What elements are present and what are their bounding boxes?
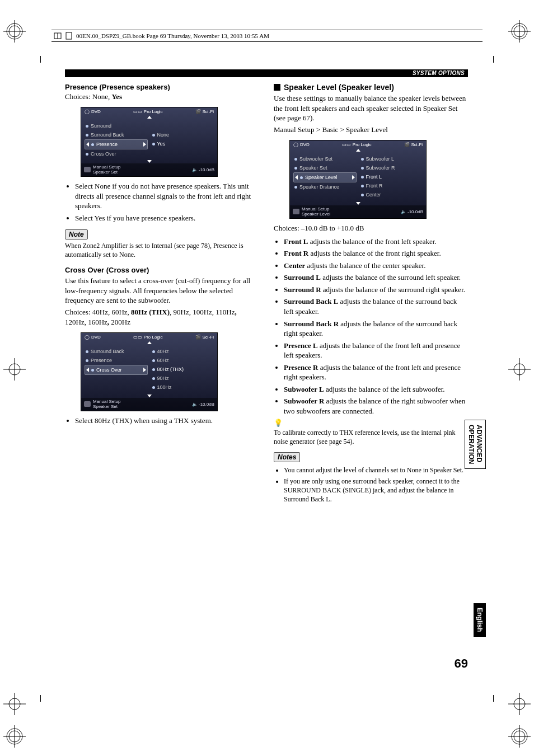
- book-header-text: 00EN.00_DSPZ9_GB.book Page 69 Thursday, …: [76, 32, 269, 39]
- tip-body: To calibrate correctly to THX reference …: [274, 429, 468, 446]
- osd-decode: Pro Logic: [353, 142, 372, 147]
- osd-menu-list: Surround Surround Back Presence Cross Ov…: [85, 121, 148, 158]
- osd-source: DVD: [300, 142, 310, 147]
- osd-volume: -10.0dB: [407, 209, 423, 214]
- text-bold: Presence L: [284, 341, 318, 350]
- speaker-level-choices: Choices: –10.0 dB to +10.0 dB: [274, 223, 468, 233]
- osd-item: Subwoofer Set: [299, 156, 332, 162]
- crop-tick-icon: [493, 56, 494, 63]
- disc-icon: ◯: [85, 335, 90, 340]
- text: adjusts the balance of the surround righ…: [321, 285, 465, 294]
- breadcrumb-icon: [293, 209, 299, 214]
- text: adjusts the balance of the front right s…: [308, 249, 441, 257]
- arrow-up-icon: [147, 341, 152, 344]
- text-bold: Front R: [284, 249, 308, 257]
- arrow-up-icon: [147, 116, 152, 119]
- speaker-level-bullets: Front L adjusts the balance of the front…: [284, 237, 468, 416]
- section-bar-text: SYSTEM OPTIONS: [413, 70, 465, 76]
- osd-item: Speaker Distance: [299, 184, 339, 190]
- osd-header: ◯DVD ▭▭ Pro Logic 🎬Sci-Fi: [81, 333, 217, 341]
- arrow-right-icon: [143, 368, 146, 372]
- registration-mark-icon: [3, 358, 26, 381]
- osd-footer: Manual SetupSpeaker Set 🔈 -10.0dB: [81, 398, 217, 411]
- osd-option: Center: [366, 192, 381, 198]
- registration-mark-icon: [508, 725, 531, 748]
- text-bold: Presence R: [284, 363, 318, 372]
- list-item: Select Yes if you have presence speakers…: [75, 213, 259, 223]
- presence-heading: Presence (Presence speakers): [65, 83, 259, 91]
- registration-mark-icon: [508, 693, 531, 715]
- tab-line: ADVANCED: [475, 425, 483, 462]
- list-item: Front R adjusts the balance of the front…: [284, 248, 468, 259]
- crossover-choices: Choices: 40Hz, 60Hz, 80Hz (THX), 90Hz, 1…: [65, 307, 259, 327]
- list-item: You cannot adjust the level of channels …: [284, 466, 468, 475]
- osd-option: Yes: [157, 141, 166, 147]
- breadcrumb-icon: [84, 401, 91, 407]
- arrow-right-icon: [143, 142, 146, 147]
- list-item: Presence R adjusts the balance of the fr…: [284, 363, 468, 382]
- registration-mark-icon: [3, 693, 26, 715]
- osd-source: DVD: [91, 335, 101, 340]
- osd-option: 60Hz: [157, 358, 169, 363]
- text-bold: Surround Back L: [284, 297, 338, 306]
- text-bold: Subwoofer R: [284, 397, 324, 405]
- presence-choices: Choices: None, Yes: [65, 92, 259, 101]
- dolby-icon: ▭▭: [133, 335, 142, 340]
- list-item: Presence L adjusts the balance of the fr…: [284, 341, 468, 360]
- osd-option: None: [157, 132, 170, 138]
- text: 120Hz, 160Hz: [65, 318, 107, 326]
- page-number: 69: [455, 656, 468, 671]
- osd-breadcrumb: Speaker Level: [302, 212, 330, 217]
- section-bar: SYSTEM OPTIONS: [65, 69, 468, 77]
- osd-item: Surround: [91, 123, 111, 129]
- registration-mark-icon: [3, 725, 26, 748]
- osd-option: 80Hz (THX): [157, 367, 184, 372]
- svg-rect-30: [66, 32, 72, 39]
- list-item: Surround R adjusts the balance of the su…: [284, 285, 468, 295]
- arrow-up-icon: [356, 149, 360, 152]
- left-column: Presence (Presence speakers) Choices: No…: [65, 83, 259, 506]
- crossover-body: Use this feature to select a cross-over …: [65, 276, 259, 306]
- text: Choices: 40Hz, 60Hz,: [65, 308, 131, 316]
- film-icon: 🎬: [404, 142, 410, 147]
- note-label: Note: [65, 229, 88, 240]
- registration-mark-icon: [508, 20, 531, 43]
- text: 200Hz: [111, 318, 130, 326]
- osd-item-selected: Speaker Level: [305, 175, 338, 180]
- dolby-icon: ▭▭: [133, 109, 142, 114]
- film-icon: 🎬: [195, 335, 201, 340]
- list-item: If you are only using one surround back …: [284, 477, 468, 504]
- crossover-heading: Cross Over (Cross over): [65, 266, 259, 274]
- crop-tick-icon: [40, 695, 41, 702]
- osd-breadcrumb: Manual Setup: [93, 399, 120, 404]
- osd-option: Subwoofer L: [366, 156, 395, 162]
- osd-source: DVD: [91, 109, 101, 114]
- disc-icon: ◯: [85, 109, 90, 114]
- osd-menu-list: Surround Back Presence Cross Over: [85, 347, 148, 393]
- tip-icon: 💡: [274, 419, 468, 426]
- osd-options: None Yes: [151, 121, 214, 158]
- osd-footer: Manual SetupSpeaker Set 🔈 -10.0dB: [81, 163, 217, 176]
- crossover-bullets: Select 80Hz (THX) when using a THX syste…: [75, 416, 259, 426]
- list-item: Subwoofer L adjusts the balance of the l…: [284, 384, 468, 395]
- text-bold: Surround R: [284, 285, 321, 294]
- osd-speaker-level: ◯DVD ▭▭ Pro Logic 🎬Sci-Fi Subwoofer Set …: [289, 140, 427, 219]
- speaker-icon: 🔈: [192, 167, 198, 172]
- text-bold: Surround Back R: [284, 320, 339, 328]
- arrow-left-icon: [295, 175, 298, 180]
- text-bold: Subwoofer L: [284, 385, 324, 393]
- list-item: Surround Back R adjusts the balance of t…: [284, 319, 468, 339]
- text-bold: Yes: [111, 92, 122, 101]
- osd-option: Subwoofer R: [366, 165, 395, 171]
- crop-tick-icon: [40, 56, 41, 63]
- osd-breadcrumb: Speaker Set: [93, 170, 120, 175]
- tab-language: English: [474, 603, 486, 636]
- dolby-icon: ▭▭: [342, 142, 351, 147]
- arrow-left-icon: [86, 368, 89, 372]
- heading-text: Speaker Level (Speaker level): [284, 83, 394, 92]
- text: , 90Hz, 100Hz, 110Hz: [170, 308, 235, 316]
- registration-mark-icon: [3, 20, 26, 43]
- list-item: Front L adjusts the balance of the front…: [284, 237, 468, 247]
- speaker-level-intro: Use these settings to manually balance t…: [274, 93, 468, 123]
- text: adjusts the balance of the surround left…: [321, 273, 461, 281]
